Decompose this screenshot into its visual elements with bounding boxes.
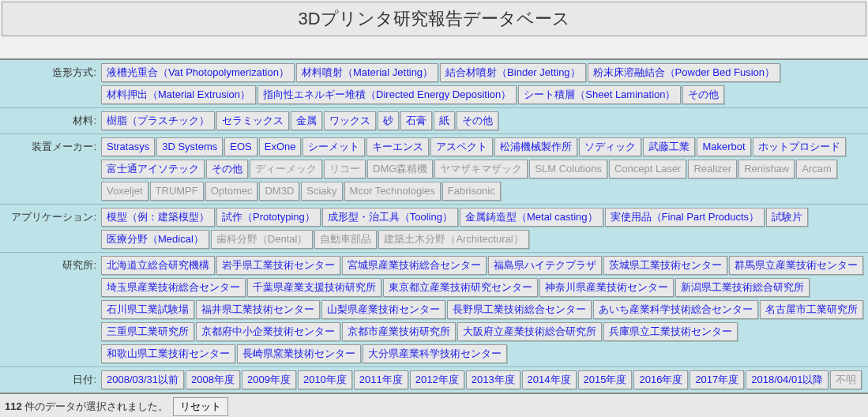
filter-button[interactable]: 千葉県産業支援技術研究所 [247,278,381,297]
filter-button[interactable]: 2018/04/01以降 [746,370,829,389]
filter-button[interactable]: セラミックス [216,111,289,130]
filter-row: 装置メーカー:Stratasys3D SystemsEOSExOneシーメットキ… [0,134,868,205]
filter-button[interactable]: 武藤工業 [643,137,695,156]
filter-button: 不明 [830,370,862,389]
filter-buttons: 樹脂（プラスチック）セラミックス金属ワックス砂石膏紙その他 [101,111,865,131]
filter-button[interactable]: ワックス [324,111,376,130]
filter-button[interactable]: 山梨県産業技術センター [321,300,445,319]
filter-button[interactable]: 神奈川県産業技術センター [539,278,674,297]
filter-button: SLM Colutions [529,160,607,178]
filter-button[interactable]: 粉末床溶融結合（Powder Bed Fusion） [588,63,780,82]
filter-button[interactable]: Stratasys [101,137,155,156]
filter-button[interactable]: 試作（Prototyping） [216,208,321,227]
filter-button[interactable]: 成形型・治工具（Tooling） [322,208,458,227]
filter-button[interactable]: 長野県工業技術総合センター [447,300,592,319]
filter-button[interactable]: アスペクト [430,137,493,156]
filter-buttons: 2008/03/31以前2008年度2009年度2010年度2011年度2012… [101,370,865,390]
filter-button[interactable]: 試験片 [766,208,808,227]
filter-button[interactable]: その他 [457,111,498,130]
result-suffix: 件のデータが選択されました。 [22,400,169,412]
filter-button[interactable]: 指向性エネルギー堆積（Directed Energy Deposition） [257,85,517,104]
filter-button: Optomec [205,182,258,201]
filter-button[interactable]: シーメット [302,137,365,156]
filter-button[interactable]: 3D Systems [156,137,223,156]
filter-button[interactable]: 大阪府立産業技術総合研究所 [457,322,602,341]
filter-button[interactable]: 埼玉県産業技術総合センター [101,278,246,297]
filter-button[interactable]: あいち産業科学技術総合センター [593,300,758,319]
filter-button[interactable]: EOS [224,137,257,156]
filter-label: 装置メーカー: [3,137,101,154]
filter-button[interactable]: その他 [682,85,724,104]
filter-button[interactable]: 金属 [291,111,322,130]
filter-button[interactable]: 名古屋市工業研究所 [760,300,863,319]
filter-button[interactable]: 金属鋳造型（Metal casting） [460,208,603,227]
filter-button: Concept Laser [609,160,687,178]
filter-button[interactable]: 2016年度 [633,370,688,389]
filter-button[interactable]: 東京都立産業技術研究センター [383,278,538,297]
filter-button[interactable]: 2013年度 [466,370,520,389]
filter-button: ディーメック [250,160,322,178]
filter-button[interactable]: 三重県工業研究所 [101,322,194,341]
filter-button[interactable]: Makerbot [697,137,750,156]
filter-button[interactable]: 石川県工業試験場 [101,300,194,319]
filter-row: 材料:樹脂（プラスチック）セラミックス金属ワックス砂石膏紙その他 [0,108,868,134]
filter-button[interactable]: 2008/03/31以前 [101,370,184,389]
filter-button[interactable]: シート積層（Sheet Lamination） [518,85,681,104]
result-count: 112 [5,400,22,412]
filter-button[interactable]: 京都府中小企業技術センター [196,322,340,341]
filter-button[interactable]: 福島県ハイテクプラザ [488,256,602,275]
filter-button[interactable]: 2017年度 [690,370,744,389]
filter-button[interactable]: 2010年度 [298,370,352,389]
reset-button[interactable]: リセット [173,397,228,416]
filter-button[interactable]: 2009年度 [242,370,296,389]
filter-button[interactable]: 2015年度 [578,370,633,389]
filter-button[interactable]: 和歌山県工業技術センター [101,344,235,363]
filter-buttons: Stratasys3D SystemsEOSExOneシーメットキーエンスアスペ… [101,137,865,201]
filter-button: DM3D [259,182,299,201]
filter-button[interactable]: 実使用品（Final Part Products） [605,208,765,227]
filter-button[interactable]: 2012年度 [410,370,464,389]
filter-button: 自動車部品 [314,230,377,249]
filter-button[interactable]: 結合材噴射（Binder Jetting） [440,63,586,82]
filter-button[interactable]: 群馬県立産業技術センター [729,256,863,275]
filter-button[interactable]: ソディック [579,137,641,156]
filter-button[interactable]: 岩手県工業技術センター [216,256,340,275]
filter-button[interactable]: 茨城県工業技術センター [603,256,727,275]
filter-button[interactable]: キーエンス [366,137,429,156]
filter-button[interactable]: ExOne [259,137,302,156]
filter-button[interactable]: 石膏 [400,111,432,130]
filter-button[interactable]: 液槽光重合（Vat Photopolymerization） [101,63,295,82]
filter-button[interactable]: 兵庫県立工業技術センター [603,322,738,341]
filter-button[interactable]: 紙 [434,111,455,130]
filter-button[interactable]: 模型（例：建築模型） [101,208,215,227]
filter-button[interactable]: 宮城県産業技術総合センター [342,256,487,275]
filter-label: 材料: [3,111,101,128]
filter-button[interactable]: 砂 [378,111,399,130]
filter-button: TRUMPF [150,182,204,201]
filter-button: Sciaky [301,182,342,201]
filter-button[interactable]: 医療分野（Medical） [101,230,209,249]
filter-button[interactable]: 京都市産業技術研究所 [342,322,456,341]
filter-button[interactable]: 富士通アイソテック [101,160,205,178]
filter-button[interactable]: 2008年度 [186,370,240,389]
filter-button[interactable]: 長崎県窯業技術センター [237,344,361,363]
filter-button[interactable]: 福井県工業技術センター [196,300,320,319]
filter-button[interactable]: 材料噴射（Material Jetting） [296,63,438,82]
filter-button[interactable]: 北海道立総合研究機構 [101,256,215,275]
filter-button[interactable]: 2011年度 [354,370,408,389]
filter-button[interactable]: 樹脂（プラスチック） [101,111,215,130]
filter-button: Renishaw [738,160,795,178]
filter-label: 研究所: [3,255,101,272]
filter-button[interactable]: ホットプロシード [753,137,846,156]
filter-button[interactable]: その他 [206,160,248,178]
result-bar: 112 件のデータが選択されました。 リセット [0,394,868,417]
filter-button[interactable]: 松浦機械製作所 [494,137,577,156]
filter-button[interactable]: 材料押出（Material Extrusion） [101,85,256,104]
filter-button[interactable]: 大分県産業科学技術センター [363,344,507,363]
filter-label: アプリケーション: [3,207,101,224]
filter-button[interactable]: 新潟県工業技術総合研究所 [675,278,810,297]
filter-button[interactable]: 2014年度 [522,370,577,389]
filter-buttons: 北海道立総合研究機構岩手県工業技術センター宮城県産業技術総合センター福島県ハイテ… [101,255,865,364]
filter-buttons: 液槽光重合（Vat Photopolymerization）材料噴射（Mater… [101,62,865,105]
filter-button: Mcor Technologies [344,182,441,201]
